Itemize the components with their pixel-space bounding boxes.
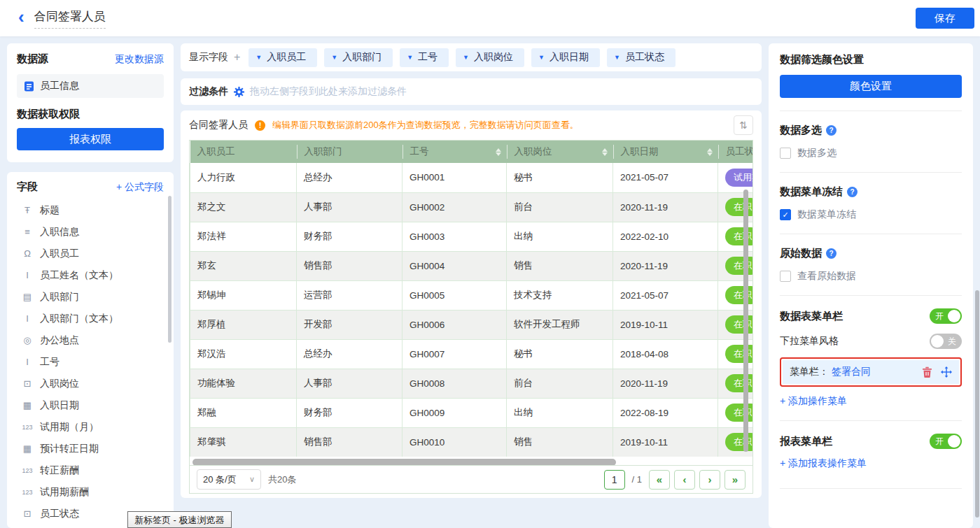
location-icon: ◎ [21, 335, 34, 345]
column-header-label: 入职岗位 [514, 145, 552, 158]
add-action-menu-link[interactable]: + 添加操作菜单 [780, 395, 847, 408]
change-datasource-link[interactable]: 更改数据源 [115, 53, 164, 66]
fields-scrollbar[interactable] [168, 196, 172, 343]
field-label: 试用期（月） [40, 421, 99, 434]
color-setting-title: 数据筛选颜色设置 [780, 53, 962, 66]
multi-select-checkbox[interactable]: 数据多选 [780, 147, 962, 159]
column-header[interactable]: 入职日期 [613, 141, 718, 163]
raw-data-title: 原始数据 [780, 247, 822, 260]
table-warning-text: 编辑界面只取数据源前200条作为查询数据预览，完整数据请访问页面查看。 [272, 119, 579, 131]
table-cell: 郑厚植 [190, 310, 297, 339]
sort-carets-icon[interactable] [602, 148, 608, 156]
display-fields-bar: 显示字段 + ▼入职员工▼入职部门▼工号▼入职岗位▼入职日期▼员工状态 [181, 43, 762, 71]
date-icon: ▦ [21, 400, 34, 411]
table-row: 郑玄销售部GH0004销售2020-11-19在职 [190, 251, 753, 280]
next-page-button[interactable]: › [699, 470, 720, 490]
trash-icon[interactable] [922, 366, 932, 378]
toggle-knob [931, 335, 944, 348]
last-page-button[interactable]: » [724, 470, 746, 490]
menu-freeze-checkbox[interactable]: ✓ 数据菜单冻结 [780, 208, 962, 221]
toggle-state-label: 开 [935, 436, 944, 448]
window-scrollbar[interactable] [975, 290, 979, 518]
gear-icon[interactable] [234, 87, 244, 97]
chevron-down-icon: ▼ [331, 54, 337, 61]
move-icon[interactable] [941, 366, 952, 378]
display-field-chip[interactable]: ▼入职员工 [248, 48, 317, 67]
column-header[interactable]: 员工状态 [718, 141, 753, 163]
dropdown-style-toggle[interactable]: 关 [930, 334, 962, 349]
field-item[interactable]: ▦预计转正日期 [17, 438, 164, 459]
total-count: 共20条 [268, 473, 296, 486]
color-setting-button[interactable]: 颜色设置 [780, 75, 962, 98]
page-number-input[interactable]: 1 [604, 470, 625, 490]
first-page-button[interactable]: « [649, 470, 670, 490]
help-icon[interactable]: ? [826, 125, 836, 136]
table-cell: 2018-04-08 [613, 339, 718, 369]
help-icon[interactable]: ? [847, 187, 858, 197]
save-button[interactable]: 保存 [916, 8, 974, 29]
field-item[interactable]: 123试用期（月） [17, 416, 164, 438]
field-item[interactable]: I工号 [17, 351, 164, 373]
toggle-state-label: 关 [948, 336, 956, 348]
add-display-field-button[interactable]: + [234, 51, 240, 64]
table-row: 郑厚植开发部GH0006软件开发工程师2019-10-11在职 [190, 310, 753, 339]
field-item[interactable]: ⊡入职岗位 [17, 373, 164, 394]
table-cell: 郑汉浩 [190, 339, 297, 369]
field-item[interactable]: ▦入职日期 [17, 394, 164, 416]
page-size-select[interactable]: 20 条/页 ∨ [197, 469, 261, 490]
column-header-label: 工号 [410, 145, 429, 158]
field-item[interactable]: 123转正薪酬 [17, 459, 164, 481]
table-cell: 运营部 [297, 280, 402, 310]
display-field-chip[interactable]: ▼员工状态 [607, 48, 676, 67]
sort-carets-icon[interactable] [496, 148, 501, 156]
field-item[interactable]: ◎办公地点 [17, 329, 164, 351]
datasource-item[interactable]: 员工信息 [17, 74, 164, 98]
table-cell: 财务部 [297, 398, 402, 427]
table-cell: GH0005 [402, 280, 507, 310]
back-icon[interactable]: ‹ [18, 8, 24, 26]
status-badge: 在职 [725, 433, 752, 451]
chip-label: 员工状态 [625, 51, 664, 64]
field-item[interactable]: Ŧ标题 [17, 199, 164, 221]
table-cell: GH0010 [402, 427, 507, 457]
field-item[interactable]: I员工姓名（文本） [17, 264, 164, 286]
checkbox-icon: ✓ [780, 209, 791, 220]
table-cell: 出纳 [507, 222, 613, 251]
table-vertical-scrollbar[interactable] [743, 190, 748, 452]
table-menu-title: 数据表菜单栏 [780, 310, 843, 323]
column-header: 入职员工 [190, 141, 297, 163]
display-field-chip[interactable]: ▼入职部门 [324, 48, 393, 67]
field-item[interactable]: ≡入职信息 [17, 221, 164, 243]
table-row: 郑之文人事部GH0002前台2020-11-19在职 [190, 192, 753, 222]
chevron-down-icon: ▼ [614, 54, 620, 61]
report-permission-button[interactable]: 报表权限 [17, 128, 164, 150]
chip-label: 入职岗位 [474, 51, 513, 64]
pagination-bar: 20 条/页 ∨ 共20条 1 / 1 «‹›» [190, 465, 752, 493]
status-badge: 在职 [725, 198, 752, 216]
column-header-label: 入职员工 [197, 145, 235, 158]
table-menu-toggle[interactable]: 开 [930, 308, 962, 324]
add-formula-field-link[interactable]: + 公式字段 [116, 181, 164, 194]
table-row: 人力行政总经办GH0001秘书2021-05-07试用期 [190, 163, 753, 192]
table-cell: 出纳 [507, 398, 613, 427]
help-icon[interactable]: ? [826, 248, 836, 259]
display-field-chip[interactable]: ▼工号 [400, 48, 449, 67]
field-item[interactable]: I入职部门（文本） [17, 308, 164, 329]
fields-title: 字段 [17, 180, 38, 194]
column-header[interactable]: 工号 [402, 141, 507, 163]
display-field-chip[interactable]: ▼入职岗位 [456, 48, 524, 67]
sort-carets-icon[interactable] [707, 148, 713, 156]
field-item[interactable]: Ω入职员工 [17, 243, 164, 264]
column-header[interactable]: 入职岗位 [507, 141, 613, 163]
menu-bar-item[interactable]: 菜单栏： 签署合同 [783, 360, 959, 384]
field-item[interactable]: ▤入职部门 [17, 286, 164, 308]
menu-item-prefix: 菜单栏： [790, 366, 829, 378]
add-report-action-menu-link[interactable]: + 添加报表操作菜单 [780, 457, 867, 470]
raw-data-checkbox[interactable]: 查看原始数据 [780, 270, 962, 283]
field-item[interactable]: 123试用期薪酬 [17, 481, 164, 503]
display-field-chip[interactable]: ▼入职日期 [531, 48, 600, 67]
sort-order-button[interactable]: ⇅ [734, 115, 753, 135]
report-menu-toggle[interactable]: 开 [930, 434, 962, 449]
prev-page-button[interactable]: ‹ [674, 470, 695, 490]
table-cell: GH0001 [402, 163, 507, 192]
